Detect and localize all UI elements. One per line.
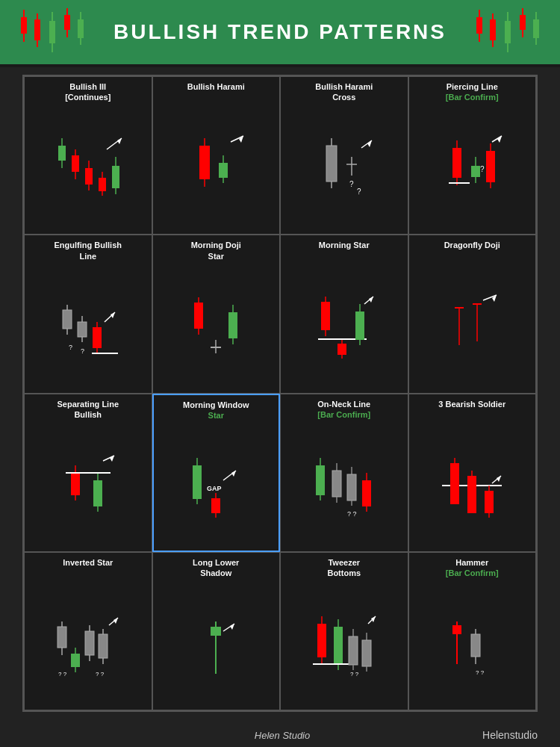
svg-rect-22 — [505, 21, 511, 43]
diagram-separating-line — [28, 423, 149, 548]
cell-morning-window-star: Morning WindowStar GAP — [152, 394, 281, 552]
svg-text:GAP: GAP — [207, 485, 222, 492]
svg-rect-187 — [349, 636, 358, 665]
svg-text:? ?: ? ? — [347, 510, 357, 518]
cell-title-tweezer-bottoms: TweezerBottoms — [327, 557, 361, 579]
header: BULLISH TREND PATTERNS — [0, 0, 560, 67]
svg-rect-142 — [347, 474, 356, 500]
svg-rect-73 — [486, 151, 495, 182]
cell-title-morning-doji-star: Morning DojiStar — [191, 240, 241, 261]
cell-tweezer-bottoms: TweezerBottoms — [280, 552, 408, 710]
diagram-piercing-line: ? — [412, 106, 533, 232]
diagram-long-lower-shadow — [156, 581, 277, 707]
cell-bullish-harami-cross: Bullish HaramiCross ? ? — [280, 76, 408, 235]
svg-rect-1 — [21, 17, 27, 34]
svg-rect-127 — [193, 465, 202, 499]
svg-rect-10 — [64, 15, 70, 30]
footer: Helen Studio Helenstudio — [0, 723, 560, 747]
svg-rect-86 — [93, 327, 102, 348]
svg-rect-180 — [317, 624, 326, 657]
cell-title-piercing-line: Piercing Line[Bar Confirm] — [446, 81, 499, 103]
svg-rect-150 — [450, 463, 459, 504]
svg-rect-65 — [452, 148, 461, 178]
app-container: BULLISH TREND PATTERNS — [0, 0, 560, 747]
cell-title-bullish-harami-cross: Bullish HaramiCross — [315, 81, 373, 103]
diagram-bullish-harami — [156, 105, 277, 231]
cell-3-bearish-soldier: 3 Bearish Soldier — [408, 394, 537, 552]
svg-rect-7 — [49, 21, 55, 43]
svg-rect-159 — [57, 627, 66, 648]
svg-rect-100 — [321, 302, 330, 330]
cell-title-morning-window-star: Morning WindowStar — [183, 400, 249, 421]
svg-rect-154 — [485, 491, 494, 513]
cell-dragonfly-doji: Dragonfly Doji — [408, 235, 537, 393]
svg-rect-31 — [58, 146, 66, 161]
cell-piercing-line: Piercing Line[Bar Confirm] ? — [408, 76, 537, 235]
cell-bullish-harami: Bullish Harami — [152, 76, 281, 235]
svg-text:?: ? — [357, 187, 361, 196]
header-title: BULLISH TREND PATTERNS — [113, 20, 447, 44]
diagram-bullish-harami-cross: ? ? — [284, 106, 405, 232]
footer-logo: Helen Studio — [255, 730, 310, 741]
svg-rect-183 — [334, 627, 343, 664]
svg-rect-37 — [85, 168, 93, 185]
cell-on-neck: On-Neck Line[Bar Confirm] — [280, 394, 408, 552]
cell-title-bullish-3: Bullish III[Continues] — [65, 81, 111, 103]
cell-morning-doji-star: Morning DojiStar — [152, 235, 281, 393]
svg-rect-19 — [490, 19, 496, 40]
svg-text:?: ? — [69, 344, 72, 351]
svg-marker-173 — [113, 618, 118, 624]
svg-rect-56 — [326, 146, 337, 182]
svg-rect-16 — [476, 17, 482, 34]
svg-marker-46 — [117, 138, 122, 144]
cell-title-on-neck: On-Neck Line[Bar Confirm] — [317, 399, 370, 421]
svg-rect-97 — [228, 312, 237, 338]
diagram-bullish-3 — [28, 106, 149, 232]
svg-rect-51 — [219, 163, 228, 178]
diagram-3-bearish-soldier — [412, 423, 533, 548]
svg-rect-34 — [72, 155, 79, 172]
svg-rect-165 — [85, 631, 94, 655]
svg-marker-194 — [371, 616, 376, 622]
svg-marker-157 — [497, 476, 501, 482]
svg-text:?: ? — [81, 347, 84, 355]
svg-rect-107 — [355, 311, 364, 340]
svg-marker-90 — [111, 312, 115, 318]
svg-rect-168 — [99, 634, 108, 658]
diagram-on-neck: ? ? — [284, 423, 405, 548]
diagram-engulfing-bullish: ? ? — [28, 264, 149, 390]
svg-rect-103 — [337, 344, 346, 355]
cell-title-inverted-star: Inverted Star — [63, 557, 113, 578]
diagram-morning-star — [284, 264, 405, 389]
cell-inverted-star: Inverted Star — [24, 552, 152, 710]
main-content: Bullish III[Continues] — [0, 67, 560, 723]
cell-title-3-bearish-soldier: 3 Bearish Soldier — [438, 399, 505, 420]
cell-title-engulfing-bullish: Engulfing BullishLine — [55, 240, 122, 261]
svg-rect-69 — [471, 166, 480, 177]
svg-rect-40 — [99, 178, 106, 191]
header-candles-right — [470, 6, 545, 58]
cell-separating-line: Separating LineBullish — [24, 394, 152, 552]
svg-text:?: ? — [349, 180, 354, 188]
diagram-tweezer-bottoms: ? ? — [284, 581, 405, 707]
cell-title-bullish-harami: Bullish Harami — [187, 81, 245, 102]
svg-rect-13 — [78, 19, 84, 38]
svg-text:?: ? — [480, 165, 485, 173]
svg-text:? ?: ? ? — [350, 671, 359, 678]
diagram-dragonfly-doji — [412, 264, 533, 389]
cell-morning-star: Morning Star — [280, 235, 408, 393]
svg-rect-175 — [211, 627, 221, 636]
svg-rect-92 — [194, 303, 203, 329]
cell-title-morning-star: Morning Star — [319, 240, 370, 261]
svg-marker-134 — [231, 471, 236, 477]
diagram-hammer: ? ? — [412, 581, 533, 707]
header-candles-left — [15, 6, 90, 58]
svg-rect-121 — [93, 480, 102, 506]
svg-rect-162 — [71, 654, 80, 667]
svg-text:? ?: ? ? — [476, 669, 485, 676]
svg-rect-152 — [467, 476, 476, 513]
svg-rect-199 — [471, 634, 480, 657]
svg-rect-118 — [71, 473, 80, 495]
svg-rect-190 — [362, 640, 371, 666]
cell-engulfing-bullish: Engulfing BullishLine ? ? — [24, 235, 152, 393]
